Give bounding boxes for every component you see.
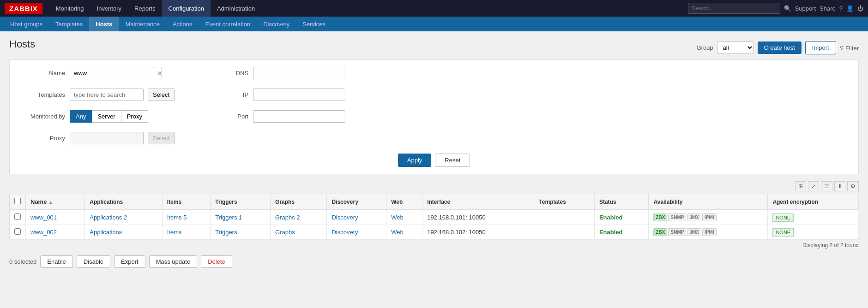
row1-items-link[interactable]: Items 5 <box>167 214 187 221</box>
nav-configuration[interactable]: Configuration <box>162 0 211 17</box>
name-clear-button[interactable]: ✕ <box>155 70 164 77</box>
nav-hosts[interactable]: Hosts <box>89 17 119 31</box>
mass-update-button[interactable]: Mass update <box>149 255 197 268</box>
table-icon-export[interactable]: ⬆ <box>834 181 845 191</box>
monitored-server-button[interactable]: Server <box>91 110 121 123</box>
th-agent-encryption[interactable]: Agent encryption <box>768 194 859 210</box>
filter-columns: Name ✕ Templates Select Monitored by <box>19 67 849 149</box>
th-triggers[interactable]: Triggers <box>211 194 271 210</box>
apply-button[interactable]: Apply <box>398 154 432 167</box>
table-icon-grid[interactable]: ⊞ <box>795 181 806 191</box>
port-input[interactable] <box>253 110 345 123</box>
row1-status[interactable]: Enabled <box>599 214 623 221</box>
reset-button[interactable]: Reset <box>435 154 470 167</box>
ip-input[interactable] <box>253 89 345 101</box>
row2-status[interactable]: Enabled <box>599 229 623 236</box>
row1-checkbox[interactable] <box>14 213 21 220</box>
nav-services[interactable]: Services <box>296 17 332 31</box>
create-host-button[interactable]: Create host <box>758 41 802 54</box>
hosts-table: Name ▲ Applications Items Triggers Graph… <box>9 194 859 240</box>
templates-input[interactable] <box>70 89 144 101</box>
row1-name-cell: www_001 <box>26 210 85 225</box>
filter-dns-row: DNS <box>202 67 345 79</box>
row1-discovery-cell: Discovery <box>327 210 386 225</box>
proxy-select-button[interactable]: Select <box>148 132 175 144</box>
row2-items-link[interactable]: Items <box>167 229 182 236</box>
nav-actions[interactable]: Actions <box>166 17 199 31</box>
row2-graphs-link[interactable]: Graphs <box>275 229 295 236</box>
row1-web-link[interactable]: Web <box>391 214 404 221</box>
th-status[interactable]: Status <box>594 194 649 210</box>
row2-checkbox[interactable] <box>14 228 21 235</box>
th-web[interactable]: Web <box>386 194 422 210</box>
enable-button[interactable]: Enable <box>40 255 72 268</box>
nav-maintenance[interactable]: Maintenance <box>119 17 166 31</box>
th-availability[interactable]: Availability <box>649 194 768 210</box>
nav-administration[interactable]: Administration <box>211 0 261 17</box>
nav-discovery[interactable]: Discovery <box>257 17 296 31</box>
table-row: www_001 Applications 2 Items 5 Triggers … <box>10 210 859 225</box>
th-discovery[interactable]: Discovery <box>327 194 386 210</box>
row2-status-cell: Enabled <box>594 225 649 240</box>
proxy-input[interactable] <box>70 132 144 144</box>
disable-button[interactable]: Disable <box>77 255 110 268</box>
templates-select-button[interactable]: Select <box>148 89 175 101</box>
name-input[interactable] <box>70 67 155 79</box>
nav-event-correlation[interactable]: Event correlation <box>199 17 257 31</box>
th-graphs[interactable]: Graphs <box>271 194 327 210</box>
nav-templates[interactable]: Templates <box>49 17 89 31</box>
dns-input[interactable] <box>253 67 345 79</box>
nav-reports[interactable]: Reports <box>128 0 162 17</box>
row1-jmx-badge: JMX <box>687 213 701 221</box>
row2-applications-link[interactable]: Applications <box>90 229 122 236</box>
row1-discovery-link[interactable]: Discovery <box>332 214 358 221</box>
help-icon[interactable]: ? <box>839 5 843 12</box>
row1-checkbox-cell <box>10 210 26 225</box>
row1-name-link[interactable]: www_001 <box>30 214 57 221</box>
th-items[interactable]: Items <box>162 194 211 210</box>
delete-button[interactable]: Delete <box>201 255 232 268</box>
table-row: www_002 Applications Items Triggers Grap… <box>10 225 859 240</box>
th-name[interactable]: Name ▲ <box>26 194 85 210</box>
support-link[interactable]: Support <box>795 5 816 12</box>
table-icon-expand[interactable]: ⤢ <box>808 181 819 191</box>
row2-name-link[interactable]: www_002 <box>30 229 57 236</box>
th-checkbox <box>10 194 26 210</box>
row2-discovery-link[interactable]: Discovery <box>332 229 358 236</box>
nav-host-groups[interactable]: Host groups <box>4 17 49 31</box>
user-icon[interactable]: 👤 <box>846 5 854 12</box>
table-icon-list[interactable]: ☰ <box>821 181 832 191</box>
filter-name-row: Name ✕ <box>19 67 175 79</box>
row1-triggers-link[interactable]: Triggers 1 <box>215 214 242 221</box>
logo: ZABBIX <box>5 3 42 14</box>
select-all-checkbox[interactable] <box>14 198 21 204</box>
nav-monitoring[interactable]: Monitoring <box>49 0 90 17</box>
row2-zbx-badge: ZBX <box>653 228 667 236</box>
share-link[interactable]: Share <box>820 5 836 12</box>
filter-icon[interactable]: ▿ Filter <box>840 43 859 52</box>
row1-graphs-link[interactable]: Graphs 2 <box>275 214 300 221</box>
search-icon[interactable]: 🔍 <box>784 5 791 12</box>
row1-ipmi-badge: IPMI <box>702 213 717 221</box>
import-button[interactable]: Import <box>805 41 836 54</box>
table-icon-settings[interactable]: ⚙ <box>847 181 859 191</box>
row2-badges: ZBX SNMP JMX IPMI <box>653 228 763 236</box>
row2-triggers-link[interactable]: Triggers <box>215 229 237 236</box>
monitored-proxy-button[interactable]: Proxy <box>121 110 148 123</box>
search-input[interactable] <box>688 3 780 14</box>
row1-applications-link[interactable]: Applications 2 <box>90 214 127 221</box>
table-icons: ⊞ ⤢ ☰ ⬆ ⚙ <box>795 181 859 191</box>
th-applications[interactable]: Applications <box>85 194 162 210</box>
power-icon[interactable]: ⏻ <box>857 5 863 12</box>
group-select[interactable]: all <box>717 41 754 54</box>
th-templates[interactable]: Templates <box>534 194 595 210</box>
monitored-any-button[interactable]: Any <box>70 110 92 123</box>
th-interface[interactable]: Interface <box>422 194 534 210</box>
row1-snmp-badge: SNMP <box>668 213 686 221</box>
nav-inventory[interactable]: Inventory <box>90 0 128 17</box>
row1-graphs-cell: Graphs 2 <box>271 210 327 225</box>
export-button[interactable]: Export <box>114 255 145 268</box>
row2-web-link[interactable]: Web <box>391 229 404 236</box>
row1-badges: ZBX SNMP JMX IPMI <box>653 213 763 221</box>
row1-encryption-badge: NONE <box>772 213 794 222</box>
